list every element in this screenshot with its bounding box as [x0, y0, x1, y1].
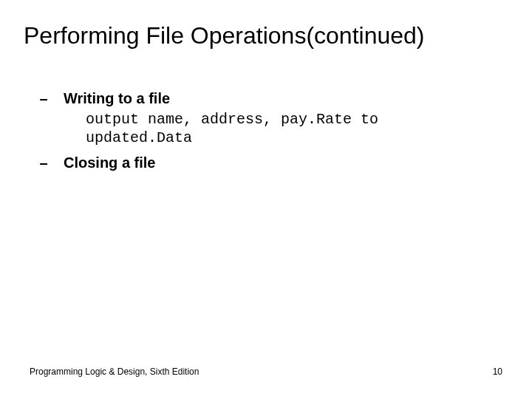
bullet-writing-to-a-file: – Writing to a file: [24, 90, 508, 107]
bullet-label: Writing to a file: [64, 90, 170, 107]
dash-icon: –: [24, 90, 64, 107]
bullet-label: Closing a file: [64, 154, 155, 171]
footer-page-number: 10: [493, 366, 502, 377]
dash-icon: –: [24, 154, 64, 171]
bullet-closing-a-file: – Closing a file: [24, 154, 508, 171]
footer-book-title: Programming Logic & Design, Sixth Editio…: [30, 366, 199, 377]
code-output-statement: output name, address, pay.Rate to update…: [86, 110, 508, 147]
slide: Performing File Operations(continued) – …: [0, 0, 532, 399]
slide-title: Performing File Operations(continued): [24, 22, 508, 50]
slide-body: – Writing to a file output name, address…: [24, 89, 508, 173]
